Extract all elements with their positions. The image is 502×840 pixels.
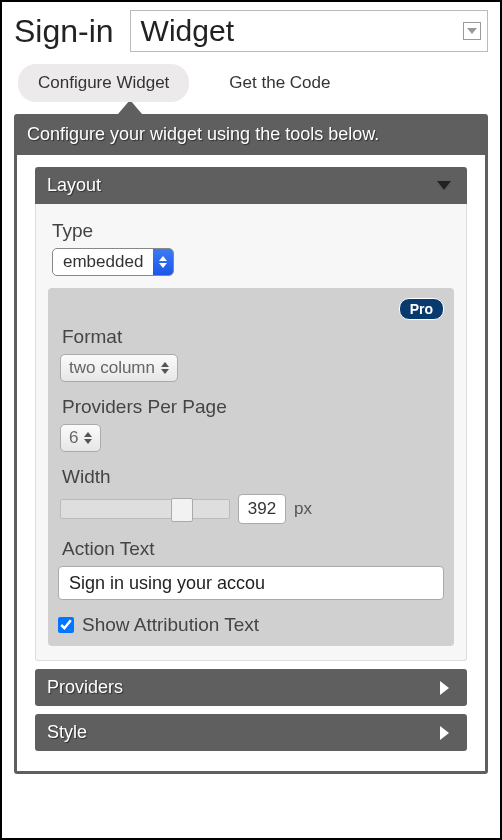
stepper-icon: [153, 248, 173, 276]
chevron-down-icon: [463, 22, 481, 40]
chevron-down-icon: [437, 181, 451, 190]
width-input[interactable]: [238, 494, 286, 524]
accordion-style-header[interactable]: Style: [35, 714, 467, 751]
providers-per-page-select[interactable]: 6: [60, 424, 101, 452]
tab-configure-widget[interactable]: Configure Widget: [18, 64, 189, 102]
tab-pointer-icon: [118, 100, 142, 114]
providers-per-page-value: 6: [69, 428, 78, 448]
accordion-layout-header[interactable]: Layout: [35, 167, 467, 204]
format-label: Format: [62, 326, 444, 348]
width-unit: px: [294, 499, 312, 519]
chevron-right-icon: [440, 681, 449, 695]
show-attribution-checkbox[interactable]: [58, 617, 74, 633]
action-text-input[interactable]: [58, 566, 444, 600]
accordion-style: Style: [35, 714, 467, 751]
accordion-layout: Layout Type embedded Pro Format two colu…: [35, 167, 467, 661]
type-select[interactable]: embedded: [52, 248, 174, 276]
accordion-providers: Providers: [35, 669, 467, 706]
pro-badge: Pro: [399, 298, 444, 320]
panel-intro: Configure your widget using the tools be…: [17, 117, 485, 155]
format-select[interactable]: two column: [60, 354, 178, 382]
stepper-icon: [84, 432, 92, 444]
stepper-icon: [161, 362, 169, 374]
accordion-style-title: Style: [47, 722, 87, 743]
width-slider[interactable]: [60, 499, 230, 519]
width-label: Width: [62, 466, 444, 488]
action-text-label: Action Text: [62, 538, 444, 560]
accordion-providers-header[interactable]: Providers: [35, 669, 467, 706]
accordion-layout-content: Type embedded Pro Format two column Prov…: [35, 204, 467, 661]
pro-feature-group: Pro Format two column Providers Per Page…: [48, 288, 454, 646]
providers-per-page-label: Providers Per Page: [62, 396, 444, 418]
widget-type-value: Widget: [141, 14, 234, 48]
widget-type-select[interactable]: Widget: [130, 10, 488, 52]
format-value: two column: [69, 358, 155, 378]
type-label: Type: [52, 220, 454, 242]
chevron-right-icon: [440, 726, 449, 740]
page-title: Sign-in: [14, 13, 114, 50]
show-attribution-label: Show Attribution Text: [82, 614, 259, 636]
tab-get-the-code[interactable]: Get the Code: [209, 64, 350, 102]
accordion-providers-title: Providers: [47, 677, 123, 698]
type-value: embedded: [53, 252, 153, 272]
slider-thumb[interactable]: [171, 498, 193, 522]
accordion-layout-title: Layout: [47, 175, 101, 196]
